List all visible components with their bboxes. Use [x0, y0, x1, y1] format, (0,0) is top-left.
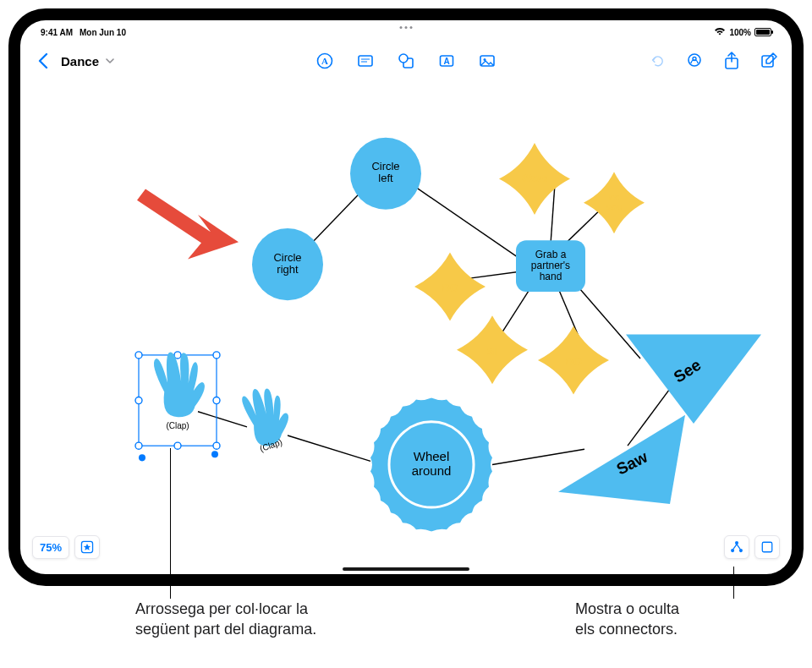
- zoom-level-button[interactable]: 75%: [32, 536, 69, 559]
- svg-line-22: [563, 208, 602, 246]
- svg-line-18: [558, 288, 579, 337]
- svg-point-44: [135, 352, 142, 359]
- caption-connectors: Mostra o ocultaels connectors.: [575, 599, 761, 640]
- svg-text:Circleright: Circleright: [273, 251, 301, 276]
- svg-text:Wave: Wave: [522, 172, 548, 184]
- svg-text:A: A: [321, 56, 328, 66]
- node-saw[interactable]: Saw: [558, 415, 685, 504]
- svg-rect-59: [762, 542, 771, 551]
- wifi-icon: [714, 27, 726, 37]
- connectors-toggle-button[interactable]: [724, 535, 749, 559]
- document-title[interactable]: Dance: [61, 54, 99, 68]
- svg-point-51: [213, 397, 220, 404]
- battery-pct: 100%: [729, 28, 751, 37]
- svg-text:SI: SI: [487, 345, 497, 358]
- svg-line-21: [551, 183, 555, 244]
- node-clap-2[interactable]: (Clap): [239, 381, 296, 454]
- svg-point-6: [399, 54, 408, 63]
- battery-icon: [754, 28, 771, 36]
- svg-text:(Clap): (Clap): [166, 421, 189, 430]
- svg-line-19: [501, 288, 530, 335]
- caption-drag: Arrossega per col·locar lasegüent part d…: [135, 599, 389, 640]
- svg-line-25: [288, 435, 370, 461]
- node-clap-1-selected[interactable]: (Clap): [135, 347, 220, 462]
- svg-line-16: [406, 180, 524, 261]
- svg-text:A: A: [443, 57, 449, 66]
- svg-rect-2: [359, 56, 372, 66]
- node-star-wave[interactable]: Wave: [499, 143, 570, 215]
- status-date: Mon Jun 10: [80, 28, 126, 37]
- node-circle-left[interactable]: Circleleft: [350, 138, 421, 210]
- svg-line-26: [198, 412, 247, 427]
- note-tool-button[interactable]: [354, 50, 376, 72]
- svg-text:DO: DO: [565, 355, 581, 368]
- markup-tool-button[interactable]: A: [314, 50, 336, 72]
- freeform-canvas[interactable]: Circleleft Circleright Grab apartner'sha…: [20, 78, 792, 574]
- svg-point-52: [139, 454, 145, 461]
- node-wheel[interactable]: Wheelaround: [370, 398, 492, 532]
- collaborate-button[interactable]: [683, 50, 705, 72]
- shapes-tool-button[interactable]: [395, 50, 417, 72]
- svg-point-45: [213, 352, 220, 359]
- svg-text:Wheelaround: Wheelaround: [412, 449, 452, 477]
- svg-point-53: [211, 451, 218, 457]
- favorites-button[interactable]: [74, 535, 100, 559]
- status-time: 9:41 AM: [41, 28, 73, 37]
- textbox-tool-button[interactable]: A: [436, 50, 458, 72]
- toolbar: Dance A A: [20, 44, 792, 78]
- arrow-shape[interactable]: [137, 189, 239, 260]
- undo-button[interactable]: [646, 50, 668, 72]
- node-see[interactable]: See: [626, 335, 761, 424]
- svg-point-50: [135, 397, 142, 404]
- node-circle-right[interactable]: Circleright: [252, 228, 323, 300]
- svg-point-46: [135, 442, 142, 449]
- node-star-do1[interactable]: DO: [414, 252, 486, 320]
- home-indicator[interactable]: [343, 567, 469, 571]
- node-grab[interactable]: Grab apartner'shand: [516, 240, 585, 292]
- svg-line-24: [492, 449, 584, 464]
- share-button[interactable]: [721, 50, 743, 72]
- compose-button[interactable]: [758, 50, 780, 72]
- svg-text:DO: DO: [442, 282, 458, 294]
- svg-point-49: [174, 442, 181, 449]
- status-bar: 9:41 AM Mon Jun 10 100%: [20, 25, 792, 39]
- node-star-asyou[interactable]: asyou: [584, 172, 645, 233]
- node-star-si[interactable]: SI: [457, 315, 528, 384]
- svg-point-56: [735, 541, 738, 545]
- svg-point-47: [213, 442, 220, 449]
- back-button[interactable]: [32, 50, 54, 72]
- empty-shape-button[interactable]: [754, 535, 780, 559]
- doc-menu-chevron-icon[interactable]: [106, 57, 114, 66]
- node-star-do2[interactable]: DO: [538, 326, 609, 395]
- media-tool-button[interactable]: [476, 50, 498, 72]
